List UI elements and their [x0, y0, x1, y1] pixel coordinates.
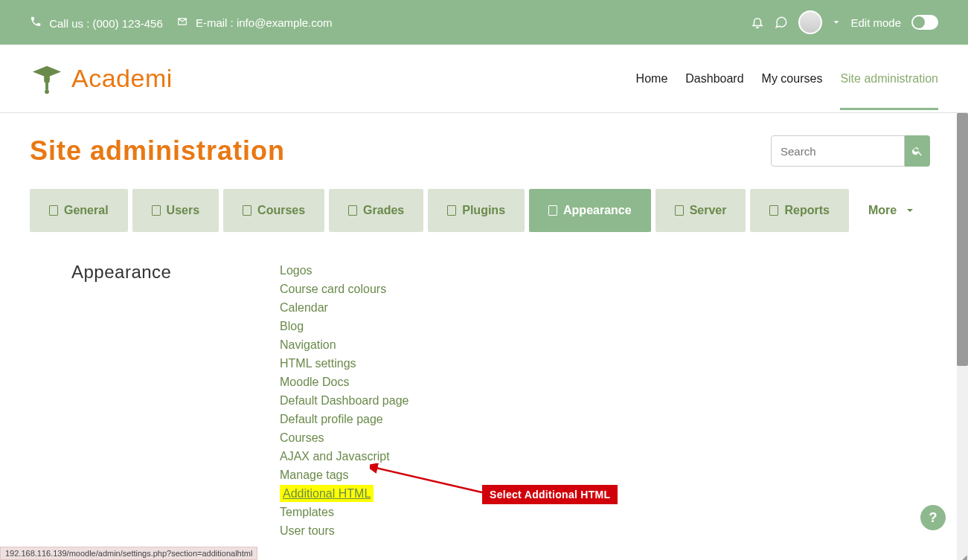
main-nav: Home Dashboard My courses Site administr… — [636, 47, 938, 110]
appearance-section: Appearance LogosCourse card coloursCalen… — [30, 262, 930, 539]
doc-icon — [243, 205, 251, 216]
tab-reports[interactable]: Reports — [750, 189, 848, 232]
appearance-link-default-dashboard-page[interactable]: Default Dashboard page — [280, 392, 408, 409]
svg-rect-0 — [45, 80, 48, 89]
logo-text: Academi — [71, 64, 173, 93]
search-input[interactable] — [771, 135, 905, 167]
tab-general[interactable]: General — [30, 189, 128, 232]
doc-icon — [769, 205, 778, 216]
bell-icon[interactable] — [751, 16, 764, 29]
appearance-link-course-card-colours[interactable]: Course card colours — [280, 280, 408, 297]
appearance-link-html-settings[interactable]: HTML settings — [280, 355, 408, 372]
appearance-link-blog[interactable]: Blog — [280, 318, 408, 335]
chevron-down-icon[interactable] — [833, 19, 840, 26]
phone-info: Call us : (000) 123-456 — [30, 16, 163, 30]
doc-icon — [49, 205, 58, 216]
appearance-link-ajax-and-javascript[interactable]: AJAX and Javascript — [280, 448, 408, 465]
speech-bubble-icon[interactable] — [775, 16, 788, 29]
search — [771, 135, 930, 167]
doc-icon — [152, 205, 161, 216]
appearance-link-logos[interactable]: Logos — [280, 262, 408, 279]
email-info: E-mail : info@example.com — [176, 16, 333, 29]
appearance-link-moodle-docs[interactable]: Moodle Docs — [280, 373, 408, 390]
help-button[interactable]: ? — [920, 505, 946, 530]
tab-courses[interactable]: Courses — [223, 189, 324, 232]
topbar-contact: Call us : (000) 123-456 E-mail : info@ex… — [30, 16, 333, 30]
header: Academi Home Dashboard My courses Site a… — [0, 45, 968, 113]
annotation-label: Select Additional HTML — [482, 485, 618, 504]
phone-icon — [30, 16, 42, 28]
email-text: E-mail : info@example.com — [196, 16, 333, 29]
chevron-down-icon — [906, 206, 914, 215]
tab-users[interactable]: Users — [132, 189, 219, 232]
avatar[interactable] — [798, 10, 822, 34]
doc-icon — [447, 205, 456, 216]
tab-grades[interactable]: Grades — [329, 189, 423, 232]
doc-icon — [675, 205, 684, 216]
logo[interactable]: Academi — [30, 62, 173, 96]
nav-my-courses[interactable]: My courses — [762, 47, 823, 110]
search-button[interactable] — [905, 135, 930, 167]
appearance-link-navigation[interactable]: Navigation — [280, 336, 408, 353]
doc-icon — [348, 205, 357, 216]
phone-text: Call us : (000) 123-456 — [49, 17, 163, 30]
appearance-link-user-tours[interactable]: User tours — [280, 522, 408, 539]
content: Site administration General Users Course… — [0, 113, 960, 539]
svg-point-1 — [45, 89, 49, 94]
appearance-link-manage-tags[interactable]: Manage tags — [280, 466, 408, 483]
appearance-link-default-profile-page[interactable]: Default profile page — [280, 411, 408, 428]
nav-dashboard[interactable]: Dashboard — [685, 47, 743, 110]
appearance-link-templates[interactable]: Templates — [280, 503, 408, 521]
admin-tabs: General Users Courses Grades Plugins App… — [30, 189, 930, 232]
graduation-cap-icon — [30, 62, 64, 96]
title-row: Site administration — [30, 135, 930, 167]
tab-more[interactable]: More — [853, 189, 929, 232]
edit-mode-label: Edit mode — [850, 16, 901, 29]
tab-server[interactable]: Server — [656, 189, 746, 232]
topbar: Call us : (000) 123-456 E-mail : info@ex… — [0, 0, 968, 45]
envelope-icon — [176, 16, 188, 27]
appearance-link-calendar[interactable]: Calendar — [280, 299, 408, 316]
search-icon — [911, 145, 923, 157]
appearance-links: LogosCourse card coloursCalendarBlogNavi… — [280, 262, 408, 539]
edit-mode-toggle[interactable] — [911, 15, 938, 30]
section-title: Appearance — [71, 262, 280, 539]
nav-home[interactable]: Home — [636, 47, 668, 110]
doc-icon — [548, 205, 557, 216]
appearance-link-courses[interactable]: Courses — [280, 429, 408, 446]
tab-plugins[interactable]: Plugins — [428, 189, 525, 232]
scrollbar-thumb[interactable] — [957, 113, 968, 366]
nav-site-administration[interactable]: Site administration — [840, 47, 938, 110]
topbar-right: Edit mode — [751, 10, 938, 34]
appearance-link-additional-html[interactable]: Additional HTML — [280, 485, 374, 502]
tab-appearance[interactable]: Appearance — [529, 189, 651, 232]
page-title: Site administration — [30, 135, 285, 167]
